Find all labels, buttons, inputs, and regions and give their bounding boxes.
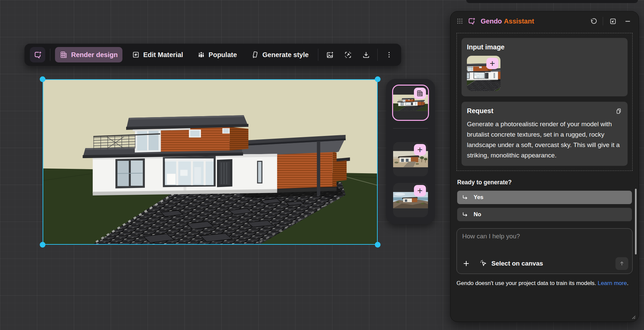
- plus-glyph: +: [490, 59, 495, 68]
- copy-button[interactable]: [615, 108, 622, 115]
- selection-handle-top-right[interactable]: [375, 77, 381, 82]
- image-enhance-button[interactable]: [323, 48, 336, 61]
- option-no-button[interactable]: No: [457, 208, 632, 221]
- panel-scrollbar[interactable]: [635, 189, 637, 254]
- toolbar-divider: [50, 49, 50, 61]
- panel-header: GendoAssistant: [450, 11, 639, 31]
- attach-button[interactable]: [462, 260, 470, 268]
- gendo-logo-icon: [467, 17, 476, 26]
- add-image-badge[interactable]: +: [414, 185, 426, 196]
- input-image-thumbnail[interactable]: +: [467, 56, 500, 91]
- download-icon: [362, 51, 370, 59]
- thumbnail-photoreal-coast[interactable]: +: [393, 183, 428, 217]
- selection-handle-top-left[interactable]: [40, 77, 46, 82]
- request-card: Request Generate a photorealistic render…: [462, 102, 628, 166]
- request-body: Generate a photorealistic render of your…: [467, 119, 622, 160]
- add-image-badge[interactable]: +: [414, 144, 426, 155]
- render-design-icon: [60, 51, 68, 59]
- more-menu-icon: [385, 51, 393, 58]
- chat-composer: Select on canvas: [457, 228, 633, 274]
- hidden-top-bar: [466, 0, 638, 3]
- image-enhance-icon: [326, 51, 334, 59]
- header-divider: [603, 17, 603, 26]
- tab-generate-style[interactable]: Generate style: [246, 47, 313, 62]
- tab-render-design[interactable]: Render design: [55, 47, 122, 62]
- plus-glyph: +: [417, 186, 423, 195]
- expand-image-button[interactable]: [341, 48, 355, 61]
- learn-more-link[interactable]: Learn more: [598, 280, 627, 286]
- privacy-text: Gendo doesn't use your project data to t…: [457, 280, 596, 286]
- send-button[interactable]: [615, 257, 628, 270]
- panel-title: GendoAssistant: [481, 17, 534, 25]
- period: .: [627, 280, 629, 286]
- select-on-canvas-button[interactable]: Select on canvas: [480, 260, 543, 268]
- more-menu-button[interactable]: [382, 48, 396, 61]
- plus-glyph: +: [417, 145, 423, 154]
- gendo-assistant-panel: GendoAssistant Input: [450, 11, 639, 322]
- canvas-toolbar: Render design Edit Material Populate: [24, 44, 401, 66]
- reset-button[interactable]: [588, 16, 598, 26]
- select-on-canvas-label: Select on canvas: [491, 260, 543, 267]
- option-yes-button[interactable]: Yes: [457, 191, 632, 204]
- tab-edit-material[interactable]: Edit Material: [127, 47, 188, 62]
- option-label: No: [474, 211, 481, 218]
- assistant-question: Ready to generate?: [457, 179, 632, 186]
- toolbar-divider: [318, 49, 318, 61]
- add-image-badge[interactable]: +: [486, 58, 498, 69]
- selection-handle-bottom-left[interactable]: [40, 242, 46, 248]
- thumbnail-model-render[interactable]: [392, 85, 429, 121]
- input-image-title: Input image: [467, 43, 622, 51]
- chat-input[interactable]: [462, 233, 627, 253]
- tab-label: Populate: [209, 51, 237, 59]
- input-image-card: Input image +: [462, 38, 628, 96]
- tab-label: Render design: [71, 51, 118, 59]
- strip-divider: [393, 128, 428, 129]
- brand-name: Gendo: [481, 17, 502, 25]
- tab-label: Generate style: [262, 51, 309, 59]
- drag-handle-icon[interactable]: [457, 18, 463, 25]
- privacy-note: Gendo doesn't use your project data to t…: [457, 279, 633, 288]
- option-label: Yes: [474, 194, 483, 201]
- open-window-button[interactable]: [608, 16, 618, 26]
- product-name: Assistant: [504, 17, 534, 25]
- elbow-arrow-icon: [462, 211, 468, 218]
- gendo-logo-button[interactable]: [30, 47, 45, 62]
- minimize-button[interactable]: [623, 16, 633, 26]
- tab-label: Edit Material: [143, 51, 183, 59]
- variant-thumbnail-strip: + +: [386, 79, 435, 224]
- resize-grip-icon[interactable]: [631, 315, 636, 319]
- gendo-logo-icon: [33, 50, 42, 59]
- populate-icon: [197, 51, 205, 59]
- render-grid-icon: [416, 90, 424, 97]
- tab-populate[interactable]: Populate: [193, 47, 241, 62]
- cursor-sparkle-icon: [480, 260, 488, 268]
- canvas-selected-image[interactable]: [43, 79, 378, 245]
- download-button[interactable]: [359, 48, 373, 61]
- thumbnail-photoreal-desert[interactable]: +: [393, 142, 428, 176]
- house-model-render: [43, 80, 377, 244]
- render-grid-badge[interactable]: [414, 88, 426, 99]
- request-title: Request: [467, 107, 493, 115]
- generate-style-icon: [251, 51, 259, 59]
- edit-material-icon: [132, 51, 140, 59]
- context-section: Input image + Request Generate a photore…: [457, 33, 633, 171]
- selection-handle-bottom-right[interactable]: [375, 242, 381, 248]
- toolbar-divider: [377, 49, 378, 61]
- expand-image-icon: [344, 51, 352, 59]
- elbow-arrow-icon: [462, 194, 468, 201]
